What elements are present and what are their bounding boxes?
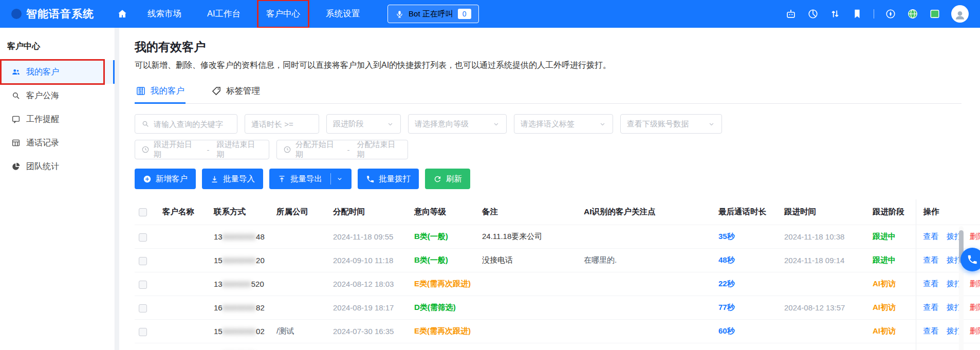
row-checkbox[interactable] (139, 304, 147, 312)
select-all-checkbox[interactable] (139, 208, 147, 216)
batch-export-button[interactable]: 批量导出 (269, 169, 352, 189)
navbar-divider (874, 9, 874, 19)
intent-level-select[interactable]: 请选择意向等级 (408, 114, 507, 134)
abacus-icon (136, 86, 146, 96)
view-link[interactable]: 查看 (923, 326, 939, 335)
user-avatar[interactable] (951, 5, 969, 23)
cell-ai-focus (580, 343, 714, 350)
sidebar: 客户中心 我的客户 客户公海 工作提醒 通话记录 团队统计 (0, 28, 115, 350)
tab-tag-management[interactable]: 标签管理 (210, 81, 261, 104)
cell-last-call-duration[interactable]: 22秒 (714, 272, 780, 296)
sidebar-item-work-reminder[interactable]: 工作提醒 (0, 107, 115, 131)
call-duration-field[interactable] (245, 114, 319, 134)
sidebar-item-customer-pool[interactable]: 客户公海 (0, 84, 115, 107)
header-remark: 备注 (478, 199, 580, 225)
cell-follow-time (780, 320, 868, 343)
table-row: 15888888820 2024-09-10 11:18 B类(一般) 没接电话… (135, 249, 980, 272)
view-link[interactable]: 查看 (923, 255, 939, 264)
search-icon (11, 91, 21, 100)
sidebar-item-label: 团队统计 (26, 161, 59, 172)
table-scrollbar[interactable] (959, 226, 964, 350)
delete-link[interactable]: 删除 (970, 279, 980, 288)
row-checkbox[interactable] (139, 257, 147, 265)
follow-date-range-picker[interactable]: 跟进开始日期 - 跟进结束日期 (135, 140, 269, 159)
toolbar: 新增客户 批量导入 批量导出 批量拨打 刷新 (135, 169, 961, 189)
batch-import-button[interactable]: 批量导入 (202, 169, 263, 189)
refresh-button[interactable]: 刷新 (425, 169, 470, 189)
follow-end-placeholder: 跟进结束日期 (217, 140, 263, 159)
transfer-arrows-icon[interactable] (829, 8, 841, 20)
blurred-phone-digits: 8888888 (223, 232, 256, 241)
bookmark-icon[interactable] (852, 8, 863, 20)
cell-follow-stage: AI初访 (868, 296, 916, 320)
semantic-tag-select[interactable]: 请选择语义标签 (514, 114, 613, 134)
nav-item-system-settings[interactable]: 系统设置 (325, 1, 361, 27)
cell-last-call-duration[interactable]: 0秒 (714, 343, 780, 350)
row-checkbox[interactable] (139, 328, 147, 336)
sidebar-item-label: 工作提醒 (26, 114, 59, 125)
nav-item-ai-workbench[interactable]: AI工作台 (206, 1, 242, 27)
nav-item-clue-market[interactable]: 线索市场 (146, 1, 182, 27)
globe-icon[interactable] (907, 8, 918, 20)
row-checkbox-cell (135, 225, 158, 249)
screen-share-icon[interactable] (929, 8, 940, 20)
keyword-search-field[interactable] (135, 114, 237, 134)
mic-icon (395, 10, 404, 19)
cell-ai-focus (580, 320, 714, 343)
table-header-row: 客户名称 联系方式 所属公司 分配时间 意向等级 备注 AI识别的客户关注点 最… (135, 199, 980, 225)
keyword-search-input[interactable] (154, 120, 231, 128)
sidebar-item-call-records[interactable]: 通话记录 (0, 131, 115, 155)
table-row: 13888888848 2024-11-18 09:55 B类(一般) 24.1… (135, 225, 980, 249)
range-separator: - (344, 145, 353, 154)
add-customer-button[interactable]: 新增客户 (135, 169, 196, 189)
export-dropdown-chevron-icon[interactable] (336, 175, 343, 182)
tab-my-customers[interactable]: 我的客户 (135, 81, 186, 104)
app-logo[interactable]: 智能语音系统 (11, 7, 112, 21)
cell-follow-time: 2024-11-18 09:14 (780, 249, 868, 272)
home-icon[interactable] (117, 8, 128, 20)
pie-chart-icon[interactable] (807, 8, 819, 20)
phone-icon (366, 175, 375, 183)
cell-intent-level: E类(需再次跟进) (410, 320, 478, 343)
nav-item-customer-center[interactable]: 客户中心 (265, 1, 301, 27)
clock-icon (283, 145, 291, 154)
robot-icon[interactable] (785, 8, 797, 20)
sub-account-placeholder: 查看下级账号数据 (627, 119, 689, 129)
delete-link[interactable]: 删除 (970, 232, 980, 241)
sidebar-item-label: 通话记录 (26, 138, 59, 149)
view-link[interactable]: 查看 (923, 279, 939, 288)
floating-dial-button[interactable] (960, 248, 980, 271)
follow-stage-select[interactable]: 跟进阶段 (326, 114, 401, 134)
row-checkbox[interactable] (139, 281, 147, 289)
batch-dial-button[interactable]: 批量拨打 (358, 169, 419, 189)
cell-follow-stage: 跟进中 (868, 249, 916, 272)
view-link[interactable]: 查看 (923, 303, 939, 311)
call-duration-input[interactable] (251, 120, 312, 128)
row-checkbox[interactable] (139, 233, 147, 242)
cell-remark (478, 272, 580, 296)
row-checkbox-cell (135, 296, 158, 320)
bot-calling-button[interactable]: Bot 正在呼叫 0 (387, 5, 478, 23)
compass-icon[interactable] (885, 8, 896, 20)
cell-remark: 24.11.18要来公司 (478, 225, 580, 249)
cell-last-call-duration[interactable]: 77秒 (714, 296, 780, 320)
view-link[interactable]: 查看 (923, 232, 939, 241)
top-navbar: 智能语音系统 线索市场 AI工作台 客户中心 系统设置 Bot 正在呼叫 0 (0, 0, 980, 28)
tab-label: 标签管理 (226, 85, 260, 97)
cell-last-call-duration[interactable]: 35秒 (714, 225, 780, 249)
delete-link[interactable]: 删除 (970, 326, 980, 335)
cell-company (272, 343, 329, 350)
cell-last-call-duration[interactable]: 60秒 (714, 320, 780, 343)
sidebar-item-team-stats[interactable]: 团队统计 (0, 155, 115, 178)
filter-row-2: 跟进开始日期 - 跟进结束日期 分配开始日期 - 分配结束日期 (135, 140, 961, 159)
pie-stats-icon (11, 162, 21, 171)
sidebar-item-my-customers[interactable]: 我的客户 (0, 60, 115, 84)
cell-actions: 查看 拨打 删除 (916, 343, 980, 350)
assign-date-range-picker[interactable]: 分配开始日期 - 分配结束日期 (276, 140, 408, 159)
cell-remark (478, 296, 580, 320)
sub-account-select[interactable]: 查看下级账号数据 (620, 114, 722, 134)
delete-link[interactable]: 删除 (970, 303, 980, 311)
cell-last-call-duration[interactable]: 48秒 (714, 249, 780, 272)
row-checkbox-cell (135, 249, 158, 272)
bot-calling-count-badge: 0 (458, 9, 471, 19)
